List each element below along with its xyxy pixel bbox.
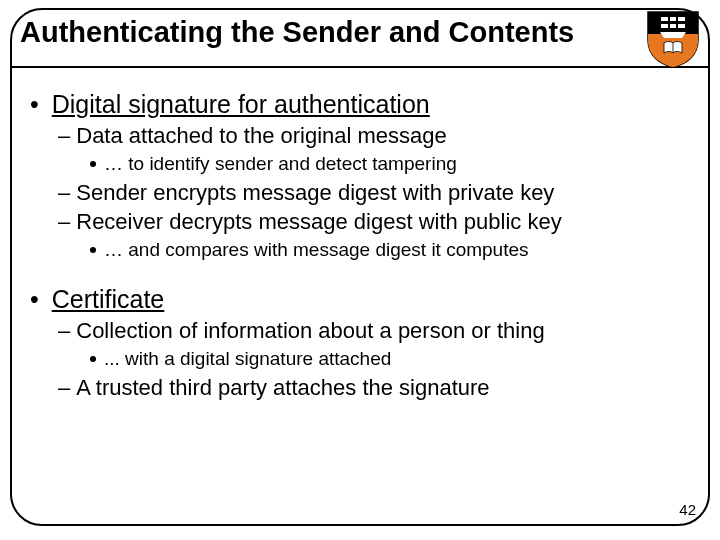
bullet-level1: • Digital signature for authentication	[30, 88, 690, 120]
dot-icon	[90, 356, 96, 362]
bullet-level2: –A trusted third party attaches the sign…	[58, 374, 690, 401]
bullet-text: Collection of information about a person…	[76, 318, 544, 343]
bullet-level1: • Certificate	[30, 283, 690, 315]
svg-rect-3	[676, 15, 678, 30]
bullet-level2: –Data attached to the original message	[58, 122, 690, 149]
spacer	[30, 263, 690, 277]
bullet-level2: –Sender encrypts message digest with pri…	[58, 179, 690, 206]
bullet-dot-icon: •	[30, 90, 39, 118]
bullet-text: Certificate	[52, 285, 165, 313]
bullet-text: Sender encrypts message digest with priv…	[76, 180, 554, 205]
bullet-level3: ... with a digital signature attached	[90, 346, 690, 372]
bullet-text: … to identify sender and detect tamperin…	[104, 153, 457, 174]
bullet-text: … and compares with message digest it co…	[104, 239, 529, 260]
page-number: 42	[679, 501, 696, 518]
bullet-level2: –Receiver decrypts message digest with p…	[58, 208, 690, 235]
svg-rect-0	[661, 17, 685, 21]
bullet-text: Receiver decrypts message digest with pu…	[76, 209, 561, 234]
svg-rect-1	[661, 24, 685, 28]
slide: Authenticating the Sender and Contents •…	[0, 0, 720, 540]
svg-rect-2	[668, 15, 670, 30]
bullet-level3: … to identify sender and detect tamperin…	[90, 151, 690, 177]
dash-icon: –	[58, 123, 70, 148]
bullet-dot-icon: •	[30, 285, 39, 313]
bullet-text: ... with a digital signature attached	[104, 348, 391, 369]
bullet-text: Digital signature for authentication	[52, 90, 430, 118]
bullet-text: A trusted third party attaches the signa…	[76, 375, 489, 400]
bullet-level2: –Collection of information about a perso…	[58, 317, 690, 344]
dash-icon: –	[58, 318, 70, 343]
dash-icon: –	[58, 180, 70, 205]
dot-icon	[90, 247, 96, 253]
dash-icon: –	[58, 375, 70, 400]
slide-title: Authenticating the Sender and Contents	[20, 16, 574, 49]
bullet-level3: … and compares with message digest it co…	[90, 237, 690, 263]
princeton-shield-icon	[646, 10, 700, 68]
slide-content: • Digital signature for authentication –…	[30, 82, 690, 401]
dot-icon	[90, 161, 96, 167]
dash-icon: –	[58, 209, 70, 234]
bullet-text: Data attached to the original message	[76, 123, 447, 148]
title-separator	[12, 66, 708, 68]
